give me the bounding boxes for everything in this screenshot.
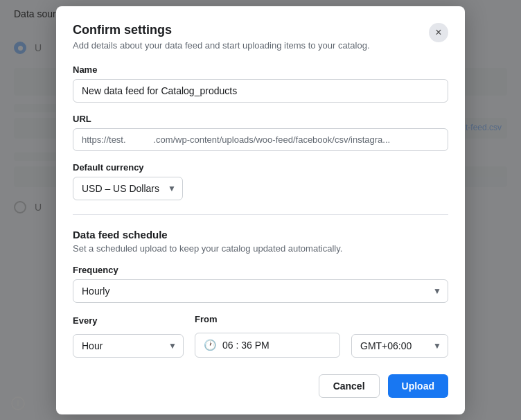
modal-overlay: Confirm settings Add details about your …: [0, 0, 521, 420]
frequency-select-wrapper: Hourly ▼: [73, 279, 448, 303]
modal-header: Confirm settings Add details about your …: [73, 23, 448, 51]
clock-icon: 🕐: [204, 339, 217, 351]
cancel-button[interactable]: Cancel: [319, 374, 380, 398]
every-select[interactable]: Hour: [73, 334, 184, 358]
name-field-group: Name: [73, 64, 448, 103]
frequency-label: Frequency: [73, 265, 448, 275]
tz-select[interactable]: GMT+06:00: [351, 334, 448, 358]
url-input[interactable]: [73, 128, 448, 151]
currency-label: Default currency: [73, 162, 448, 173]
currency-field-group: Default currency USD – US Dollars ▼: [73, 162, 448, 200]
frequency-field-group: Frequency Hourly ▼: [73, 265, 448, 303]
url-label: URL: [73, 114, 448, 124]
modal-subtitle: Add details about your data feed and sta…: [73, 40, 370, 51]
schedule-time-row: Every Hour ▼ From 🕐 06 : 36 PM: [73, 314, 448, 358]
section-divider: [73, 214, 448, 215]
time-input-wrapper[interactable]: 🕐 06 : 36 PM: [195, 333, 340, 358]
name-label: Name: [73, 64, 448, 75]
close-icon: ×: [435, 26, 441, 39]
schedule-title: Data feed schedule: [73, 229, 448, 240]
modal-footer: Cancel Upload: [73, 374, 448, 398]
tz-select-wrapper: GMT+06:00 ▼: [351, 334, 448, 358]
schedule-subtitle: Set a scheduled upload to keep your cata…: [73, 243, 448, 254]
close-button[interactable]: ×: [429, 23, 448, 42]
from-label: From: [195, 314, 340, 324]
every-label: Every: [73, 315, 184, 326]
modal-title-area: Confirm settings Add details about your …: [73, 23, 370, 51]
time-value: 06 : 36 PM: [222, 340, 270, 351]
info-icon: i: [11, 396, 25, 410]
name-input[interactable]: [73, 79, 448, 103]
url-field-group: URL: [73, 114, 448, 151]
schedule-section: Data feed schedule Set a scheduled uploa…: [73, 229, 448, 358]
from-col: From 🕐 06 : 36 PM: [195, 314, 340, 358]
tz-col: GMT+06:00 ▼: [351, 334, 448, 358]
currency-select-wrapper: USD – US Dollars ▼: [73, 177, 183, 200]
every-col: Every Hour ▼: [73, 315, 184, 358]
upload-button[interactable]: Upload: [388, 374, 448, 398]
modal-title: Confirm settings: [73, 23, 370, 37]
currency-select[interactable]: USD – US Dollars: [73, 177, 183, 200]
every-select-wrapper: Hour ▼: [73, 334, 184, 358]
frequency-select[interactable]: Hourly: [73, 279, 448, 303]
confirm-settings-modal: Confirm settings Add details about your …: [56, 6, 465, 414]
